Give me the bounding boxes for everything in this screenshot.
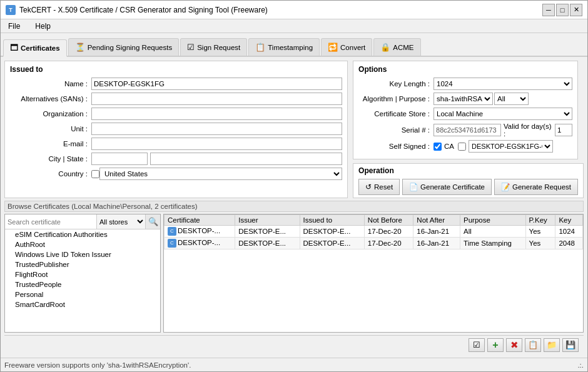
save-toolbar-button[interactable]: 💾 xyxy=(562,338,579,352)
country-checkbox[interactable] xyxy=(91,170,99,178)
country-row: Country : United States xyxy=(10,168,342,180)
store-select[interactable]: All stores xyxy=(96,214,145,229)
tab-pending-signing-label: Pending Signing Requests xyxy=(88,44,173,51)
tab-certificates[interactable]: 🗖 Certificates xyxy=(3,39,67,57)
tab-timestamping[interactable]: 📋 Timestamping xyxy=(248,38,320,56)
tree-item-personal[interactable]: Personal xyxy=(5,289,160,299)
tab-pending-signing[interactable]: ⏳ Pending Signing Requests xyxy=(68,38,180,56)
menu-bar: File Help xyxy=(1,19,587,33)
serial-label: Serial # : xyxy=(358,126,433,134)
reset-icon: ↺ xyxy=(365,183,372,191)
algorithm-select[interactable]: sha-1withRSAEr xyxy=(433,93,493,105)
alternatives-input[interactable] xyxy=(91,93,342,105)
delete-toolbar-button[interactable]: ✖ xyxy=(506,338,522,352)
bottom-toolbar: ☑ + ✖ 📋 📁 💾 xyxy=(4,335,584,354)
tree-item-wlid[interactable]: Windows Live ID Token Issuer xyxy=(5,249,160,259)
cell-issuer-1: DESKTOP-E... xyxy=(235,226,300,238)
ca-label: CA xyxy=(444,143,454,150)
tab-timestamping-label: Timestamping xyxy=(268,44,313,51)
self-signed-row: Self Signed : CA DESKTOP-EGSK1FG-CA xyxy=(358,140,572,153)
cell-issuer-2: DESKTOP-E... xyxy=(235,238,300,249)
tree-list: eSIM Certification Authorities AuthRoot … xyxy=(5,229,160,332)
city-input[interactable] xyxy=(91,153,148,165)
email-row: E-mail : xyxy=(10,138,342,150)
col-certificate: Certificate xyxy=(165,215,235,226)
serial-row: Serial # : Valid for day(s) : xyxy=(358,123,572,138)
city-state-row: City | State : xyxy=(10,153,342,165)
browse-section: Browse Certificates (Local Machine\Perso… xyxy=(4,201,584,333)
minimize-button[interactable]: ─ xyxy=(542,4,555,16)
key-length-select[interactable]: 1024 2048 4096 xyxy=(433,78,572,90)
close-button[interactable]: ✕ xyxy=(570,4,582,16)
table-row[interactable]: CDESKTOP-... DESKTOP-E... DESKTOP-E... 1… xyxy=(165,238,583,249)
operation-box: Operation ↺ Reset 📄 Generate Certificate… xyxy=(353,163,584,198)
state-input[interactable] xyxy=(150,153,342,165)
cell-pkey-1: Yes xyxy=(525,226,555,238)
name-input[interactable] xyxy=(91,78,342,90)
acme-icon: 🔒 xyxy=(380,43,390,52)
title-bar: T TekCERT - X.509 Certificate / CSR Gene… xyxy=(1,1,587,19)
menu-help[interactable]: Help xyxy=(30,21,56,32)
tree-item-trusted-people[interactable]: TrustedPeople xyxy=(5,279,160,289)
status-message: Freeware version supports only 'sha-1wit… xyxy=(4,361,191,369)
cert-store-select[interactable]: Local Machine xyxy=(433,108,572,120)
reset-button[interactable]: ↺ Reset xyxy=(358,179,400,195)
country-select[interactable]: United States xyxy=(99,168,342,180)
cell-purpose-1: All xyxy=(460,226,526,238)
ca-checkbox[interactable] xyxy=(458,143,466,151)
purpose-select[interactable]: All xyxy=(494,93,529,105)
unit-row: Unit : xyxy=(10,123,342,135)
alternatives-label: Alternatives (SANs) : xyxy=(10,95,91,103)
cell-certificate-2: CDESKTOP-... xyxy=(165,238,235,249)
export-toolbar-button[interactable]: 📁 xyxy=(544,338,560,352)
email-input[interactable] xyxy=(91,138,342,150)
col-purpose: Purpose xyxy=(460,215,526,226)
check-toolbar-button[interactable]: ☑ xyxy=(469,338,485,352)
browse-title: Browse Certificates (Local Machine\Perso… xyxy=(4,201,584,212)
tab-sign-request[interactable]: ☑ Sign Request xyxy=(180,38,247,56)
self-signed-checkbox[interactable] xyxy=(433,143,442,151)
menu-file[interactable]: File xyxy=(3,21,25,32)
add-toolbar-button[interactable]: + xyxy=(487,338,504,352)
status-right: .:. xyxy=(577,361,584,369)
cell-pkey-2: Yes xyxy=(525,238,555,249)
organization-input[interactable] xyxy=(91,108,342,120)
options-box: Options Key Length : 1024 2048 4096 Algo… xyxy=(353,61,578,159)
tab-convert[interactable]: 🔁 Convert xyxy=(321,38,372,56)
cell-not-before-1: 17-Dec-20 xyxy=(364,226,413,238)
app-icon: T xyxy=(6,5,16,15)
name-label: Name : xyxy=(10,80,91,88)
window-title: TekCERT - X.509 Certificate / CSR Genera… xyxy=(19,6,268,14)
country-checkbox-wrapper xyxy=(91,170,99,178)
col-issuer: Issuer xyxy=(235,215,300,226)
tree-item-esim[interactable]: eSIM Certification Authorities xyxy=(5,229,160,239)
table-row[interactable]: CDESKTOP-... DESKTOP-E... DESKTOP-E... 1… xyxy=(165,226,583,238)
tab-convert-label: Convert xyxy=(340,44,365,51)
tab-certificates-label: Certificates xyxy=(21,44,60,52)
col-issued-to: Issued to xyxy=(300,215,364,226)
search-input[interactable] xyxy=(5,214,96,229)
valid-days-input[interactable] xyxy=(555,124,572,136)
unit-input[interactable] xyxy=(91,123,342,135)
search-button[interactable]: 🔍 xyxy=(145,214,160,229)
algorithm-label: Algorithm | Purpose : xyxy=(358,95,433,103)
generate-req-icon: 📝 xyxy=(501,183,510,191)
tab-acme-label: ACME xyxy=(393,44,413,51)
search-row: All stores 🔍 xyxy=(5,214,160,229)
cert-table: Certificate Issuer Issued to Not Before … xyxy=(164,214,583,249)
certificates-icon: 🗖 xyxy=(10,43,18,53)
tree-item-authroot[interactable]: AuthRoot xyxy=(5,239,160,249)
maximize-button[interactable]: □ xyxy=(556,4,569,16)
generate-certificate-button[interactable]: 📄 Generate Certificate xyxy=(402,179,492,195)
tree-item-trusted-publisher[interactable]: TrustedPublisher xyxy=(5,259,160,269)
self-signed-dropdown[interactable]: DESKTOP-EGSK1FG-CA xyxy=(469,140,553,153)
generate-request-button[interactable]: 📝 Generate Request xyxy=(494,179,578,195)
col-not-after: Not After xyxy=(413,215,460,226)
options-operation-column: Options Key Length : 1024 2048 4096 Algo… xyxy=(353,61,584,198)
serial-input[interactable] xyxy=(433,124,501,136)
tree-item-flightroot[interactable]: FlightRoot xyxy=(5,269,160,279)
cell-issued-to-2: DESKTOP-E... xyxy=(300,238,364,249)
tree-item-smartcard[interactable]: SmartCardRoot xyxy=(5,299,160,309)
tab-acme[interactable]: 🔒 ACME xyxy=(373,38,420,56)
copy-toolbar-button[interactable]: 📋 xyxy=(525,338,541,352)
